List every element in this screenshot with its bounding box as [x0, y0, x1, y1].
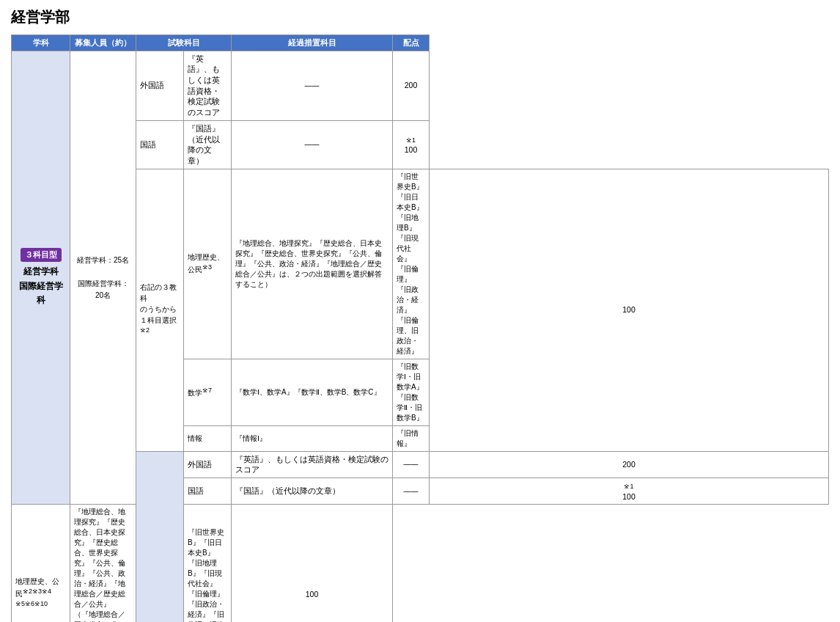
- subject-kokugo-3: 国語: [136, 120, 184, 169]
- subject-chiri-3-content: 『地理総合、地理探究』『歴史総合、日本史探究』『歴史総合、世界史探究』『公共、倫…: [232, 169, 393, 359]
- subject-gaikokugo-3: 外国語: [136, 51, 184, 120]
- section-3-enrollment: 経営学科：25名国際経営学科：20名: [70, 51, 136, 505]
- subject-chiri-6: 地理歴史、公民※2※3※4※5※6※10: [12, 505, 70, 622]
- table-row: 地理歴史、公民※2※3※4※5※6※10 『地理総合、地理探究』『歴史総合、日本…: [12, 505, 829, 622]
- passing-jouhou-3: 『旧情報』: [393, 425, 430, 451]
- score-kokugo-3: ※1100: [393, 120, 430, 169]
- table-row: ３科目型 経営学科国際経営学科 経営学科：25名国際経営学科：20名 外国語 『…: [12, 51, 829, 120]
- passing-gaikokugo-6: ――: [393, 451, 430, 478]
- passing-gaikokugo-3: ――: [232, 51, 393, 120]
- subject-kokugo-6-content: 『国語』（近代以降の文章）: [232, 478, 393, 504]
- score-chiri-6: 100: [232, 505, 393, 622]
- subject-kokugo-6: 国語: [184, 478, 232, 504]
- col-enrollment: 募集人員（約）: [70, 35, 136, 51]
- passing-kokugo-6: ――: [393, 478, 430, 504]
- badge-3: ３科目型: [21, 248, 62, 262]
- score-kokugo-6: ※1100: [430, 478, 829, 504]
- page-title: 経営学部: [11, 7, 829, 27]
- subject-sugaku-3: 数学※7: [184, 359, 232, 425]
- col-exam-subject: 試験科目: [136, 35, 232, 51]
- passing-chiri-6: 『旧世界史B』『旧日本史B』『旧地理B』『旧現代社会』『旧倫理』『旧政治・経済』…: [184, 505, 232, 622]
- subject-kokugo-3-content: 『国語』（近代以降の文章）: [184, 120, 232, 169]
- section-3-dept: ３科目型 経営学科国際経営学科: [12, 51, 70, 505]
- passing-kokugo-3: ――: [232, 120, 393, 169]
- subject-jouhou-3-content: 『情報Ⅰ』: [232, 425, 393, 451]
- passing-chiri-3: 『旧世界史B』『旧日本史B』『旧地理B』『旧現代社会』『旧倫理』『旧政治・経済』…: [393, 169, 430, 359]
- subject-chiri-6-content: 『地理総合、地理探究』『歴史総合、日本史探究』『歴史総合、世界史探究』『公共、倫…: [70, 505, 136, 622]
- subject-gaikokugo-6-content: 『英語』、もしくは英語資格・検定試験のスコア: [232, 451, 393, 478]
- score-chiri-3: 100: [430, 169, 829, 451]
- subject-gaikokugo-3-content: 『英語』、もしくは英語資格・検定試験のスコア: [184, 51, 232, 120]
- subject-gaikokugo-6: 外国語: [184, 451, 232, 478]
- subject-sugaku-3-content: 『数学Ⅰ、数学A』『数学Ⅱ、数学B、数学C』: [232, 359, 393, 425]
- col-dept: 学科: [12, 35, 70, 51]
- score-gaikokugo-6: 200: [430, 451, 829, 478]
- subject-chiri-3: 地理歴史、公民※3: [184, 169, 232, 359]
- selection-group-3: 右記の３教科のうちから１科目選択※2: [136, 169, 184, 451]
- score-gaikokugo-3: 200: [393, 51, 430, 120]
- passing-sugaku-3: 『旧数学Ⅰ・旧数学A』『旧数学Ⅱ・旧数学B』: [393, 359, 430, 425]
- section-6-dept: ６科目型 経営学科国際経営学科: [136, 451, 184, 622]
- admission-table: 学科 募集人員（約） 試験科目 経過措置科目 配点 ３科目型 経営学科国際経営学…: [11, 34, 829, 622]
- col-passing: 経過措置科目: [232, 35, 393, 51]
- col-score: 配点: [393, 35, 430, 51]
- subject-jouhou-3: 情報: [184, 425, 232, 451]
